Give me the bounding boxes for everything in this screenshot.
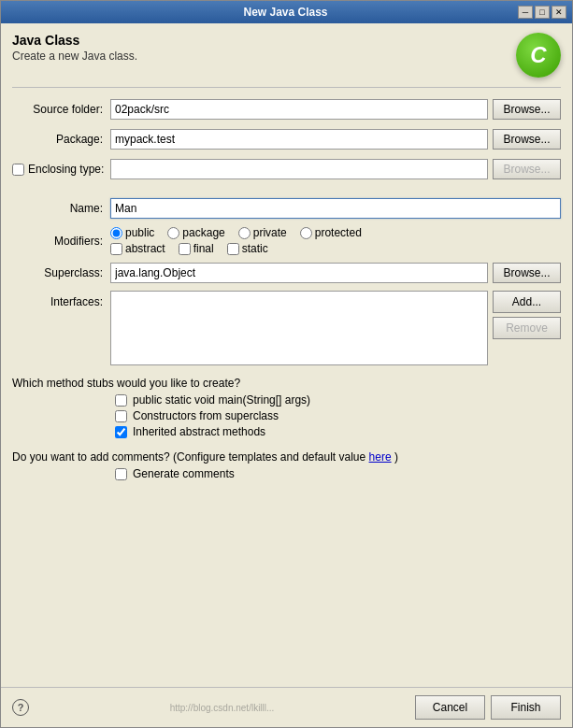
dialog-title: Java Class	[12, 33, 137, 48]
enclosing-type-browse-button[interactable]: Browse...	[493, 159, 561, 179]
stub-inherited-item: Inherited abstract methods	[115, 425, 561, 438]
source-folder-input[interactable]	[110, 99, 488, 120]
interfaces-add-button[interactable]: Add...	[493, 291, 561, 313]
modifier-static-text: static	[242, 242, 268, 255]
watermark: http://blog.csdn.net/lkilll...	[170, 703, 275, 713]
stubs-section: Which method stubs would you like to cre…	[12, 377, 561, 441]
superclass-browse-button[interactable]: Browse...	[493, 263, 561, 283]
modifier-abstract-checkbox[interactable]	[110, 243, 122, 255]
stub-main-method-label: public static void main(String[] args)	[133, 393, 310, 407]
finish-button[interactable]: Finish	[491, 695, 561, 720]
dialog-subtitle: Create a new Java class.	[12, 50, 137, 63]
help-button[interactable]: ?	[12, 699, 29, 716]
comments-title: Do you want to add comments? (Configure …	[12, 450, 561, 464]
superclass-row: Superclass: Browse...	[12, 261, 561, 285]
package-browse-button[interactable]: Browse...	[493, 129, 561, 150]
eclipse-logo-icon	[516, 33, 561, 78]
modifiers-other-row: abstract final static	[110, 242, 362, 255]
name-row: Name:	[12, 196, 561, 221]
comments-configure-link[interactable]: here	[369, 450, 392, 464]
modifier-abstract-text: abstract	[125, 242, 165, 255]
enclosing-type-row: Enclosing type: Browse...	[12, 157, 561, 181]
cancel-button[interactable]: Cancel	[415, 695, 485, 720]
form-section: Source folder: Browse... Package: Browse…	[12, 97, 561, 679]
enclosing-type-label-container: Enclosing type:	[12, 163, 110, 176]
window-controls: ─ □ ✕	[518, 6, 566, 19]
modifier-static-label[interactable]: static	[227, 242, 268, 255]
comments-title-text: Do you want to add comments? (Configure …	[12, 450, 365, 464]
stub-constructors-item: Constructors from superclass	[115, 409, 561, 422]
modifiers-row: Modifiers: public package pr	[12, 226, 561, 255]
name-input[interactable]	[110, 198, 561, 219]
close-button[interactable]: ✕	[552, 6, 566, 19]
package-input[interactable]	[110, 129, 488, 150]
modifier-protected-label[interactable]: protected	[300, 226, 362, 239]
source-folder-label: Source folder:	[12, 99, 110, 120]
generate-comments-checkbox[interactable]	[115, 468, 127, 480]
interfaces-row: Interfaces: Add... Remove	[12, 291, 561, 365]
modifier-private-label[interactable]: private	[238, 226, 287, 239]
modifier-static-checkbox[interactable]	[227, 243, 239, 255]
window-title: New Java Class	[53, 6, 518, 19]
new-java-class-dialog: New Java Class ─ □ ✕ Java Class Create a…	[0, 0, 573, 728]
modifiers-visibility-row: public package private protected	[110, 226, 362, 239]
modifier-package-text: package	[182, 226, 224, 239]
stub-constructors-checkbox[interactable]	[115, 410, 127, 422]
header-section: Java Class Create a new Java class.	[12, 33, 561, 78]
interfaces-buttons: Add... Remove	[493, 291, 561, 339]
modifiers-section: public package private protected	[110, 226, 362, 255]
comments-title-end: )	[394, 450, 398, 464]
modifier-public-text: public	[125, 226, 154, 239]
superclass-input[interactable]	[110, 263, 488, 283]
modifiers-label: Modifiers:	[12, 231, 110, 251]
superclass-label: Superclass:	[12, 263, 110, 283]
generate-comments-item: Generate comments	[115, 467, 561, 480]
source-folder-row: Source folder: Browse...	[12, 97, 561, 121]
interfaces-input[interactable]	[110, 291, 488, 365]
interfaces-label: Interfaces:	[12, 291, 110, 310]
modifier-protected-radio[interactable]	[300, 227, 312, 239]
generate-comments-label: Generate comments	[133, 467, 235, 480]
enclosing-type-label: Enclosing type:	[28, 163, 104, 176]
footer-buttons: Cancel Finish	[415, 695, 561, 720]
enclosing-type-checkbox[interactable]	[12, 164, 24, 176]
dialog-content: Java Class Create a new Java class. Sour…	[1, 23, 572, 687]
modifier-private-radio[interactable]	[238, 227, 251, 239]
modifier-final-label[interactable]: final	[179, 242, 214, 255]
header-text: Java Class Create a new Java class.	[12, 33, 137, 63]
modifier-abstract-label[interactable]: abstract	[110, 242, 165, 255]
stubs-title: Which method stubs would you like to cre…	[12, 377, 561, 390]
stub-main-method-checkbox[interactable]	[115, 394, 127, 407]
enclosing-type-input[interactable]	[110, 159, 488, 179]
stub-inherited-label: Inherited abstract methods	[133, 425, 265, 438]
modifier-private-text: private	[253, 226, 287, 239]
source-folder-browse-button[interactable]: Browse...	[493, 99, 561, 120]
modifier-protected-text: protected	[315, 226, 362, 239]
stub-main-method-item: public static void main(String[] args)	[115, 393, 561, 407]
minimize-button[interactable]: ─	[518, 6, 533, 19]
header-divider	[12, 87, 561, 88]
title-bar: New Java Class ─ □ ✕	[1, 1, 572, 23]
restore-button[interactable]: □	[535, 6, 550, 19]
stub-inherited-checkbox[interactable]	[115, 426, 127, 438]
modifier-final-checkbox[interactable]	[179, 243, 191, 255]
package-label: Package:	[12, 129, 110, 150]
modifier-final-text: final	[193, 242, 214, 255]
stub-constructors-label: Constructors from superclass	[133, 409, 279, 422]
package-row: Package: Browse...	[12, 127, 561, 151]
interfaces-remove-button[interactable]: Remove	[493, 317, 561, 339]
comments-section: Do you want to add comments? (Configure …	[12, 450, 561, 480]
dialog-footer: ? http://blog.csdn.net/lkilll... Cancel …	[1, 687, 572, 727]
modifier-package-label[interactable]: package	[167, 226, 224, 239]
name-label: Name:	[12, 198, 110, 219]
modifier-public-radio[interactable]	[110, 227, 122, 239]
modifier-package-radio[interactable]	[167, 227, 179, 239]
modifier-public-label[interactable]: public	[110, 226, 154, 239]
